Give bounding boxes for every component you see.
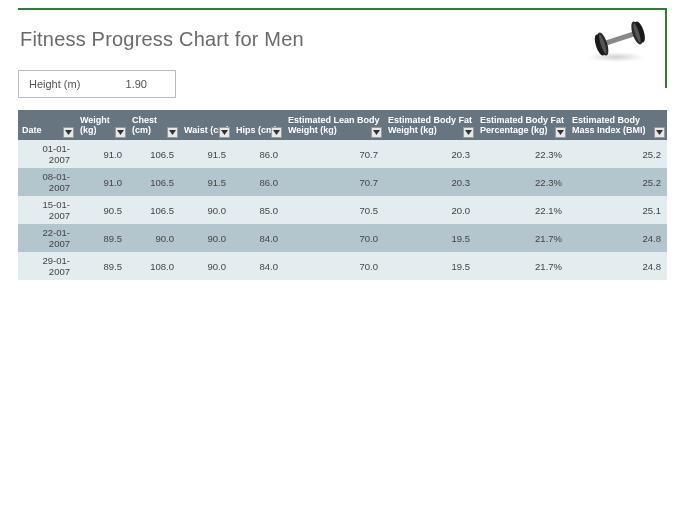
svg-marker-11 <box>273 130 280 135</box>
svg-marker-10 <box>221 130 228 135</box>
column-header[interactable]: Estimated Lean Body Weight (kg) <box>284 110 384 140</box>
cell-bfp[interactable]: 22.3% <box>476 140 568 168</box>
table-row[interactable]: 01-01-200791.0106.591.586.070.720.322.3%… <box>18 140 667 168</box>
cell-bmi[interactable]: 24.8 <box>568 224 667 252</box>
cell-lbw[interactable]: 70.7 <box>284 168 384 196</box>
cell-bmi[interactable]: 25.2 <box>568 168 667 196</box>
cell-waist[interactable]: 91.5 <box>180 168 232 196</box>
filter-dropdown-icon[interactable] <box>555 127 566 138</box>
filter-dropdown-icon[interactable] <box>271 127 282 138</box>
cell-bfp[interactable]: 21.7% <box>476 252 568 280</box>
cell-chest[interactable]: 90.0 <box>128 224 180 252</box>
fitness-table: DateWeight (kg)Chest (cm)Waist (cm)Hips … <box>18 110 667 280</box>
filter-dropdown-icon[interactable] <box>63 127 74 138</box>
cell-bfp[interactable]: 22.1% <box>476 196 568 224</box>
column-header[interactable]: Waist (cm) <box>180 110 232 140</box>
cell-weight[interactable]: 89.5 <box>76 252 128 280</box>
filter-dropdown-icon[interactable] <box>654 127 665 138</box>
svg-marker-14 <box>557 130 564 135</box>
dumbbell-image <box>587 14 653 64</box>
table-row[interactable]: 08-01-200791.0106.591.586.070.720.322.3%… <box>18 168 667 196</box>
cell-hips[interactable]: 84.0 <box>232 252 284 280</box>
cell-bmi[interactable]: 25.2 <box>568 140 667 168</box>
cell-bfp[interactable]: 22.3% <box>476 168 568 196</box>
column-label: Estimated Body Fat Weight (kg) <box>388 115 472 135</box>
column-label: Weight (kg) <box>80 115 110 135</box>
cell-date[interactable]: 29-01-2007 <box>18 252 76 280</box>
cell-weight[interactable]: 91.0 <box>76 168 128 196</box>
cell-waist[interactable]: 90.0 <box>180 224 232 252</box>
cell-lbw[interactable]: 70.5 <box>284 196 384 224</box>
table-row[interactable]: 29-01-200789.5108.090.084.070.019.521.7%… <box>18 252 667 280</box>
cell-hips[interactable]: 86.0 <box>232 168 284 196</box>
filter-dropdown-icon[interactable] <box>167 127 178 138</box>
cell-waist[interactable]: 90.0 <box>180 196 232 224</box>
filter-dropdown-icon[interactable] <box>115 127 126 138</box>
column-label: Estimated Body Mass Index (BMI) <box>572 115 646 135</box>
cell-date[interactable]: 01-01-2007 <box>18 140 76 168</box>
svg-marker-9 <box>169 130 176 135</box>
column-header[interactable]: Hips (cm) <box>232 110 284 140</box>
column-header[interactable]: Estimated Body Fat Weight (kg) <box>384 110 476 140</box>
cell-date[interactable]: 08-01-2007 <box>18 168 76 196</box>
cell-bfw[interactable]: 19.5 <box>384 224 476 252</box>
svg-marker-15 <box>656 130 663 135</box>
svg-marker-7 <box>65 130 72 135</box>
table-row[interactable]: 15-01-200790.5106.590.085.070.520.022.1%… <box>18 196 667 224</box>
svg-marker-13 <box>465 130 472 135</box>
cell-hips[interactable]: 84.0 <box>232 224 284 252</box>
height-value: 1.90 <box>126 78 175 90</box>
column-header[interactable]: Date <box>18 110 76 140</box>
column-header[interactable]: Chest (cm) <box>128 110 180 140</box>
column-label: Chest (cm) <box>132 115 157 135</box>
column-label: Date <box>22 125 42 135</box>
column-label: Estimated Lean Body Weight (kg) <box>288 115 380 135</box>
cell-hips[interactable]: 86.0 <box>232 140 284 168</box>
column-label: Estimated Body Fat Percentage (kg) <box>480 115 564 135</box>
column-header[interactable]: Weight (kg) <box>76 110 128 140</box>
cell-hips[interactable]: 85.0 <box>232 196 284 224</box>
cell-bmi[interactable]: 25.1 <box>568 196 667 224</box>
cell-bfw[interactable]: 19.5 <box>384 252 476 280</box>
cell-lbw[interactable]: 70.7 <box>284 140 384 168</box>
svg-marker-8 <box>117 130 124 135</box>
svg-marker-12 <box>373 130 380 135</box>
cell-waist[interactable]: 91.5 <box>180 140 232 168</box>
cell-bfp[interactable]: 21.7% <box>476 224 568 252</box>
cell-date[interactable]: 22-01-2007 <box>18 224 76 252</box>
cell-bfw[interactable]: 20.3 <box>384 140 476 168</box>
cell-lbw[interactable]: 70.0 <box>284 224 384 252</box>
height-input-box[interactable]: Height (m) 1.90 <box>18 70 176 98</box>
cell-weight[interactable]: 89.5 <box>76 224 128 252</box>
cell-weight[interactable]: 91.0 <box>76 140 128 168</box>
table-row[interactable]: 22-01-200789.590.090.084.070.019.521.7%2… <box>18 224 667 252</box>
cell-chest[interactable]: 108.0 <box>128 252 180 280</box>
filter-dropdown-icon[interactable] <box>371 127 382 138</box>
cell-weight[interactable]: 90.5 <box>76 196 128 224</box>
cell-bmi[interactable]: 24.8 <box>568 252 667 280</box>
cell-chest[interactable]: 106.5 <box>128 140 180 168</box>
cell-chest[interactable]: 106.5 <box>128 168 180 196</box>
filter-dropdown-icon[interactable] <box>463 127 474 138</box>
filter-dropdown-icon[interactable] <box>219 127 230 138</box>
column-header[interactable]: Estimated Body Mass Index (BMI) <box>568 110 667 140</box>
cell-bfw[interactable]: 20.3 <box>384 168 476 196</box>
column-header[interactable]: Estimated Body Fat Percentage (kg) <box>476 110 568 140</box>
height-label: Height (m) <box>19 78 126 90</box>
cell-lbw[interactable]: 70.0 <box>284 252 384 280</box>
cell-chest[interactable]: 106.5 <box>128 196 180 224</box>
cell-date[interactable]: 15-01-2007 <box>18 196 76 224</box>
cell-waist[interactable]: 90.0 <box>180 252 232 280</box>
cell-bfw[interactable]: 20.0 <box>384 196 476 224</box>
page-title: Fitness Progress Chart for Men <box>20 28 304 51</box>
